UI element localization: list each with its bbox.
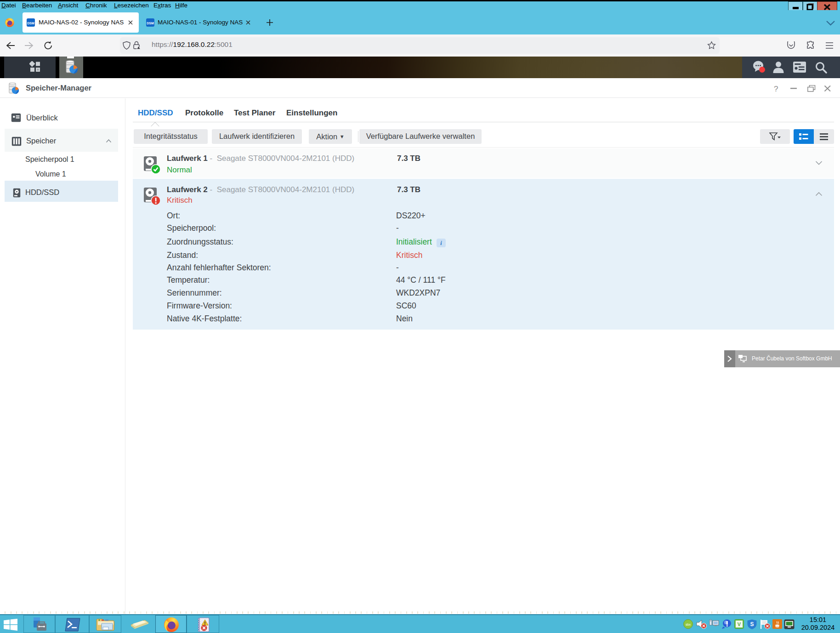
svg-text:V: V (738, 622, 741, 627)
svg-text:DSM: DSM (27, 22, 34, 25)
svg-text:S: S (750, 621, 754, 627)
svg-text:DSM: DSM (147, 22, 154, 25)
svg-text:sbx: sbx (686, 623, 691, 626)
